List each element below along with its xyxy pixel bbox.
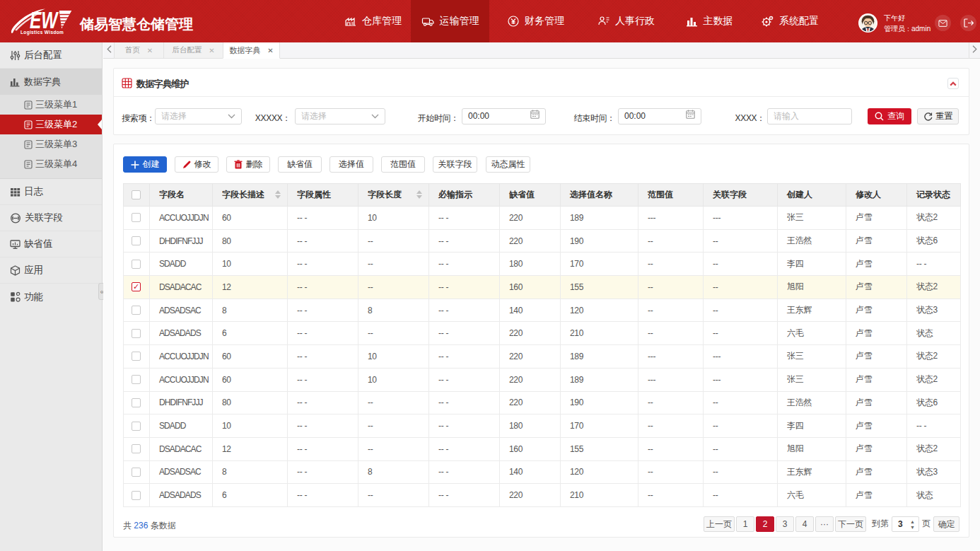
svg-text:Logistics Wisdom: Logistics Wisdom	[21, 30, 64, 35]
